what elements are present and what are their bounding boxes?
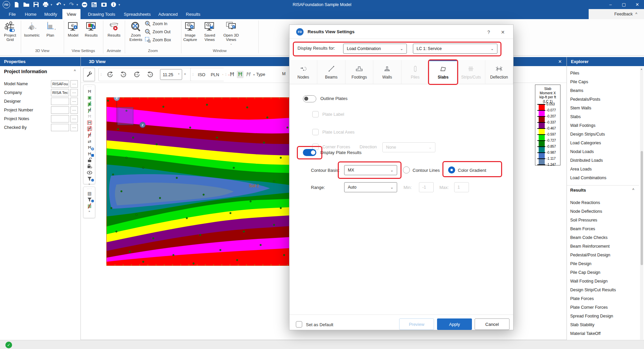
tab-home[interactable]: Home <box>20 9 41 19</box>
plan-view-button[interactable]: PLN <box>209 71 221 79</box>
strip-drag-dots-icon[interactable]: ···· <box>84 85 96 88</box>
explorer-item-pile-design[interactable]: Pile Design <box>567 259 639 268</box>
dialog-tab-deflection[interactable]: Deflection <box>485 60 513 84</box>
swap-ends-icon[interactable]: ⇄ <box>84 138 96 145</box>
color-gradient-radio[interactable] <box>448 166 455 173</box>
project-information-section[interactable]: Project Information ^ <box>0 69 80 74</box>
tab-file[interactable]: File <box>4 9 20 19</box>
explorer-item-area-loads[interactable]: Area Loads <box>567 165 639 173</box>
load-combination-dropdown[interactable]: LC 1: Service⌄ <box>413 44 497 54</box>
unlock-icon[interactable] <box>84 157 96 163</box>
model-name-ellipsis-button[interactable]: ⋯ <box>70 80 78 88</box>
camera-icon[interactable] <box>101 1 107 8</box>
open-file-icon[interactable] <box>23 1 30 8</box>
project-notes-input[interactable] <box>51 115 69 122</box>
project-notes-ellipsis-button[interactable]: ⋯ <box>70 115 78 122</box>
explorer-item-slab-stability[interactable]: Slab Stability <box>567 320 639 329</box>
filter-apply-icon[interactable]: ↓ <box>84 176 96 182</box>
redo-icon[interactable]: ↷ <box>68 1 75 8</box>
drag-handle-icon[interactable]: ⁞ <box>193 73 194 77</box>
outline-plates-toggle[interactable] <box>303 95 316 102</box>
wall-boxed-off-icon[interactable]: Ħ╱ <box>84 126 96 132</box>
label-dropdown-icon[interactable]: ▾ <box>253 73 255 77</box>
strip-expand-icon[interactable]: ▸ <box>84 209 96 213</box>
project-grid-button[interactable]: Project Grid <box>0 21 20 42</box>
plate-outline-off-icon[interactable]: ▣╱ <box>84 101 96 107</box>
plate-outline-icon[interactable]: ▣ <box>84 95 96 101</box>
drag-handle-icon[interactable]: ⁞ <box>225 73 227 77</box>
undo-icon[interactable]: ↶ <box>55 1 62 8</box>
print-chevron-icon[interactable]: ▾ <box>51 3 52 6</box>
explorer-item-pedestals-posts[interactable]: Pedestals/Posts <box>567 95 639 104</box>
dialog-help-button[interactable]: ? <box>484 28 494 36</box>
angle-dropdown-icon[interactable]: ▾ <box>184 72 186 76</box>
spreadsheet-icon[interactable] <box>91 1 98 8</box>
explorer-item-pile-cap-design[interactable]: Pile Cap Design <box>567 268 639 277</box>
explorer-item-beam-reinforcement[interactable]: Beam Reinforcement <box>567 242 639 251</box>
dialog-tab-walls[interactable]: Walls <box>373 60 401 84</box>
checked-by-input[interactable] <box>51 124 69 131</box>
rotate-plus-x-button[interactable]: +X <box>104 69 116 80</box>
section-collapse-icon[interactable]: ^ <box>74 69 76 74</box>
explorer-item-design-strip-cut-results[interactable]: Design Strip/Cut Results <box>567 286 639 294</box>
contour-basis-dropdown[interactable]: MX⌄ <box>344 165 397 175</box>
zoom-out-button[interactable]: Zoom Out <box>145 29 170 35</box>
explorer-item-pedestal-post-design[interactable]: Pedestal/Post Design <box>567 251 639 259</box>
selection-rectangle[interactable] <box>118 107 133 125</box>
dialog-tab-slabs[interactable]: Slabs <box>429 60 457 84</box>
explorer-item-load-combinations[interactable]: Load Combinations <box>567 173 639 182</box>
explorer-item-spread-footing-design[interactable]: Spread Footing Design <box>567 312 639 320</box>
explorer-item-piles[interactable]: Piles <box>567 69 639 78</box>
feedback-button[interactable]: Feedback^ <box>589 9 644 19</box>
company-ellipsis-button[interactable]: ⋯ <box>70 89 78 96</box>
beam-labels-icon[interactable]: →Ħ <box>229 71 235 78</box>
tab-results[interactable]: Results <box>181 9 205 19</box>
plate-label-checkbox[interactable] <box>312 111 319 117</box>
designer-ellipsis-button[interactable]: ⋯ <box>70 98 78 105</box>
app-logo-icon[interactable]: FD <box>3 1 10 8</box>
dialog-tab-beams[interactable]: Beams <box>317 60 345 84</box>
filter-remove-icon[interactable]: − <box>84 197 96 203</box>
wall-boxed-icon[interactable]: Ħ <box>84 119 96 126</box>
explorer-item-node-reactions[interactable]: Node Reactions <box>567 198 639 207</box>
image-capture-button[interactable]: Image Capture <box>180 21 200 42</box>
set-as-default-checkbox[interactable] <box>296 321 302 328</box>
checked-by-ellipsis-button[interactable]: ⋯ <box>70 124 78 131</box>
explorer-item-node-deflections[interactable]: Node Deflections <box>567 207 639 216</box>
lock-view-icon[interactable] <box>84 163 96 169</box>
company-input[interactable]: RISA Tec <box>51 89 69 96</box>
node-labels-icon[interactable]: Ħ <box>84 88 96 95</box>
explorer-item-wall-footing-design[interactable]: Wall Footing Design <box>567 277 639 286</box>
tab-modify[interactable]: Modify <box>40 9 62 19</box>
plan-button[interactable]: xz Plan <box>41 21 60 38</box>
spreadsheet-view-icon[interactable]: ▤ <box>84 190 96 197</box>
iso-view-button[interactable]: ISO <box>196 71 207 79</box>
explorer-item-soil-pressures[interactable]: Soil Pressures <box>567 216 639 225</box>
strip-expand-icon[interactable]: ▸ <box>84 182 96 186</box>
new-file-icon[interactable] <box>13 1 20 8</box>
dialog-tab-nodes[interactable]: Nodes <box>289 60 317 84</box>
qat-chevron-icon[interactable]: ▾ <box>119 3 120 6</box>
explorer-item-beam-forces[interactable]: Beam Forces <box>567 225 639 233</box>
tab-advanced[interactable]: Advanced <box>154 9 182 19</box>
minimize-button[interactable]: – <box>604 0 617 9</box>
explorer-item-slabs[interactable]: Slabs <box>567 112 639 121</box>
maximize-button[interactable]: ▢ <box>617 0 631 9</box>
rotate-plus-y-button[interactable]: +Y <box>131 69 143 80</box>
explorer-item-distributed-loads[interactable]: Distributed Loads <box>567 156 639 165</box>
beam-italic-icon[interactable]: Ħ <box>245 71 252 78</box>
isometric-button[interactable]: Yzx Isometric <box>22 21 42 38</box>
view-settings-wrench-button[interactable] <box>83 68 95 81</box>
beam-ghost-icon[interactable]: Ħ <box>84 113 96 119</box>
tab-drawing-tools[interactable]: Drawing Tools <box>83 9 120 19</box>
eye-visibility-icon[interactable] <box>84 169 96 176</box>
rotate-minus-x-button[interactable]: -X <box>117 69 129 80</box>
member-settings-icon[interactable]: Ħ✱ <box>84 144 96 151</box>
render-image-off-icon[interactable]: ▦╱ <box>84 203 96 209</box>
zoom-in-button[interactable]: Zoom In <box>145 21 167 27</box>
project-number-input[interactable] <box>51 106 69 114</box>
explorer-item-design-strips-cuts[interactable]: Design Strips/Cuts <box>567 130 639 139</box>
redo-chevron-icon[interactable]: ▾ <box>76 3 78 6</box>
designer-input[interactable] <box>51 98 69 105</box>
explorer-item-plate-corner-forces[interactable]: Plate Corner Forces <box>567 303 639 312</box>
